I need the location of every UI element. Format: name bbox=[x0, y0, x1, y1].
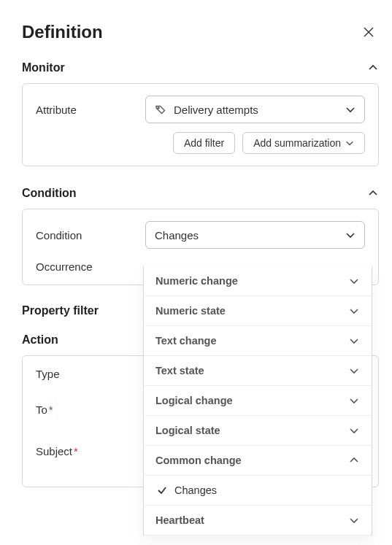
chevron-down-icon bbox=[345, 139, 354, 147]
chevron-down-icon bbox=[345, 230, 356, 240]
chevron-down-icon bbox=[348, 275, 360, 287]
to-label: To* bbox=[36, 403, 145, 416]
chevron-down-icon bbox=[348, 335, 360, 347]
dropdown-group-heartbeat[interactable]: Heartbeat bbox=[144, 506, 372, 536]
chevron-up-icon bbox=[348, 455, 360, 466]
chevron-down-icon bbox=[348, 425, 360, 436]
chevron-down-icon bbox=[348, 365, 360, 376]
attribute-value: Delivery attempts bbox=[174, 104, 345, 116]
add-filter-label: Add filter bbox=[184, 137, 224, 149]
dropdown-group-label: Common change bbox=[155, 455, 242, 466]
dropdown-group-label: Numeric change bbox=[155, 275, 238, 287]
chevron-down-icon bbox=[348, 395, 360, 406]
chevron-down-icon bbox=[348, 514, 360, 526]
action-title: Action bbox=[22, 333, 58, 347]
dropdown-group-numeric-state[interactable]: Numeric state bbox=[144, 296, 372, 326]
chevron-down-icon bbox=[345, 104, 356, 115]
monitor-section-header[interactable]: Monitor bbox=[22, 61, 379, 74]
attribute-select[interactable]: Delivery attempts bbox=[145, 96, 365, 123]
chevron-up-icon bbox=[367, 62, 379, 74]
page-title: Definition bbox=[22, 22, 103, 42]
dropdown-group-text-state[interactable]: Text state bbox=[144, 356, 372, 386]
condition-select[interactable]: Changes bbox=[145, 221, 365, 249]
dropdown-group-label: Numeric state bbox=[155, 305, 226, 317]
condition-value: Changes bbox=[155, 229, 345, 241]
dropdown-group-label: Logical change bbox=[155, 395, 233, 406]
dropdown-group-label: Text state bbox=[155, 365, 204, 376]
dropdown-option-label: Changes bbox=[174, 484, 217, 496]
condition-title: Condition bbox=[22, 187, 77, 200]
condition-dropdown-menu: Numeric change Numeric state Text change… bbox=[143, 266, 372, 536]
dropdown-group-logical-change[interactable]: Logical change bbox=[144, 386, 372, 416]
dropdown-group-label: Logical state bbox=[155, 425, 220, 436]
dropdown-group-label: Heartbeat bbox=[155, 514, 204, 526]
dropdown-group-common-change[interactable]: Common change bbox=[144, 446, 372, 476]
condition-section-header[interactable]: Condition bbox=[22, 187, 379, 200]
add-summarization-label: Add summarization bbox=[253, 137, 341, 149]
monitor-title: Monitor bbox=[22, 61, 65, 74]
condition-label: Condition bbox=[36, 229, 145, 241]
dropdown-group-logical-state[interactable]: Logical state bbox=[144, 416, 372, 446]
dropdown-option-changes[interactable]: Changes bbox=[144, 476, 372, 506]
chevron-down-icon bbox=[348, 305, 360, 317]
occurrence-label: Occurrence bbox=[36, 260, 145, 273]
chevron-up-icon bbox=[367, 188, 379, 199]
subject-label: Subject* bbox=[36, 445, 145, 457]
close-icon bbox=[363, 26, 374, 38]
close-button[interactable] bbox=[358, 22, 379, 42]
property-filter-title: Property filter bbox=[22, 304, 99, 317]
add-filter-button[interactable]: Add filter bbox=[173, 132, 235, 154]
check-icon bbox=[157, 485, 167, 495]
dropdown-group-numeric-change[interactable]: Numeric change bbox=[144, 266, 372, 296]
add-summarization-button[interactable]: Add summarization bbox=[242, 132, 365, 154]
type-label: Type bbox=[36, 368, 145, 380]
dropdown-group-label: Text change bbox=[155, 335, 217, 347]
monitor-card: Attribute Delivery attempts Add filter bbox=[22, 83, 379, 166]
tag-icon bbox=[155, 104, 166, 115]
svg-point-2 bbox=[158, 107, 159, 109]
dropdown-group-text-change[interactable]: Text change bbox=[144, 326, 372, 356]
attribute-label: Attribute bbox=[36, 104, 145, 116]
